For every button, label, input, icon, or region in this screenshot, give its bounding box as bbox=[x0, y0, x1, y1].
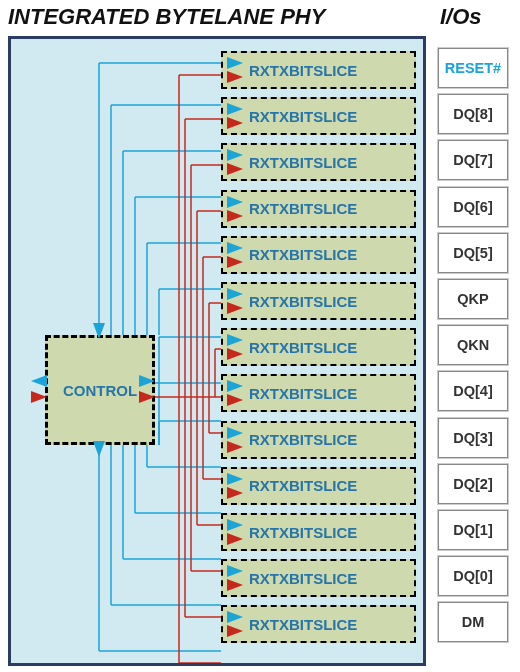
io-label: QKN bbox=[457, 337, 489, 353]
bitslice-block: RXTXBITSLICE bbox=[221, 374, 416, 412]
slice-blue-arrow-icon bbox=[227, 380, 243, 392]
io-pin: DQ[5] bbox=[438, 233, 508, 273]
bitslice-label: RXTXBITSLICE bbox=[249, 154, 357, 171]
slice-red-arrow-icon bbox=[227, 625, 243, 637]
io-pin: DQ[0] bbox=[438, 556, 508, 596]
bitslice-label: RXTXBITSLICE bbox=[249, 570, 357, 587]
slice-red-arrow-icon bbox=[227, 533, 243, 545]
bitslice-label: RXTXBITSLICE bbox=[249, 62, 357, 79]
io-pin: DQ[3] bbox=[438, 418, 508, 458]
slice-red-arrow-icon bbox=[227, 71, 243, 83]
io-pin: DQ[8] bbox=[438, 94, 508, 134]
io-label: DQ[4] bbox=[453, 383, 492, 399]
slice-red-arrow-icon bbox=[227, 579, 243, 591]
slice-blue-arrow-icon bbox=[227, 57, 243, 69]
slice-red-arrow-icon bbox=[227, 441, 243, 453]
io-label: DQ[7] bbox=[453, 152, 492, 168]
control-block: CONTROL bbox=[45, 335, 155, 445]
io-label: DQ[8] bbox=[453, 106, 492, 122]
io-label: DQ[0] bbox=[453, 568, 492, 584]
bitslice-block: RXTXBITSLICE bbox=[221, 236, 416, 274]
io-pin: DQ[1] bbox=[438, 510, 508, 550]
bitslice-block: RXTXBITSLICE bbox=[221, 467, 416, 505]
bitslice-label: RXTXBITSLICE bbox=[249, 246, 357, 263]
bitslice-block: RXTXBITSLICE bbox=[221, 282, 416, 320]
slice-blue-arrow-icon bbox=[227, 242, 243, 254]
slice-red-arrow-icon bbox=[227, 348, 243, 360]
io-label: DM bbox=[462, 614, 485, 630]
slice-red-arrow-icon bbox=[227, 394, 243, 406]
ios-title: I/Os bbox=[440, 4, 512, 30]
bitslice-label: RXTXBITSLICE bbox=[249, 339, 357, 356]
io-label: DQ[5] bbox=[453, 245, 492, 261]
slice-red-arrow-icon bbox=[227, 163, 243, 175]
io-pin: QKN bbox=[438, 325, 508, 365]
phy-title: INTEGRATED BYTELANE PHY bbox=[8, 4, 440, 30]
bitslice-block: RXTXBITSLICE bbox=[221, 559, 416, 597]
io-pin: DQ[6] bbox=[438, 187, 508, 227]
slice-red-arrow-icon bbox=[227, 256, 243, 268]
ctrl-arrow-left-blue-icon bbox=[31, 375, 47, 387]
slice-blue-arrow-icon bbox=[227, 103, 243, 115]
io-label: DQ[6] bbox=[453, 199, 492, 215]
bitslice-label: RXTXBITSLICE bbox=[249, 385, 357, 402]
slice-blue-arrow-icon bbox=[227, 149, 243, 161]
bitslice-block: RXTXBITSLICE bbox=[221, 190, 416, 228]
slice-blue-arrow-icon bbox=[227, 519, 243, 531]
slice-blue-arrow-icon bbox=[227, 196, 243, 208]
control-label: CONTROL bbox=[63, 382, 137, 399]
bitslice-label: RXTXBITSLICE bbox=[249, 431, 357, 448]
bitslice-block: RXTXBITSLICE bbox=[221, 513, 416, 551]
io-pin: DM bbox=[438, 602, 508, 642]
slice-red-arrow-icon bbox=[227, 117, 243, 129]
slice-blue-arrow-icon bbox=[227, 288, 243, 300]
ctrl-arrow-right-blue-icon bbox=[139, 375, 155, 387]
slice-blue-arrow-icon bbox=[227, 473, 243, 485]
io-label: DQ[1] bbox=[453, 522, 492, 538]
bitslice-label: RXTXBITSLICE bbox=[249, 477, 357, 494]
slice-red-arrow-icon bbox=[227, 302, 243, 314]
io-label: RESET# bbox=[445, 60, 501, 76]
bitslice-label: RXTXBITSLICE bbox=[249, 108, 357, 125]
ctrl-arrow-right-red-icon bbox=[139, 391, 155, 403]
bitslice-label: RXTXBITSLICE bbox=[249, 293, 357, 310]
ctrl-arrow-bottom-icon bbox=[93, 441, 105, 457]
slice-blue-arrow-icon bbox=[227, 334, 243, 346]
slice-blue-arrow-icon bbox=[227, 611, 243, 623]
bitslice-block: RXTXBITSLICE bbox=[221, 328, 416, 366]
bitslice-label: RXTXBITSLICE bbox=[249, 200, 357, 217]
io-pin: DQ[4] bbox=[438, 371, 508, 411]
slice-red-arrow-icon bbox=[227, 487, 243, 499]
slice-blue-arrow-icon bbox=[227, 427, 243, 439]
io-pin: QKP bbox=[438, 279, 508, 319]
bitslice-label: RXTXBITSLICE bbox=[249, 616, 357, 633]
ctrl-arrow-left-red-icon bbox=[31, 391, 47, 403]
io-pin: DQ[2] bbox=[438, 464, 508, 504]
slice-blue-arrow-icon bbox=[227, 565, 243, 577]
io-label: QKP bbox=[457, 291, 488, 307]
io-reset: RESET# bbox=[438, 48, 508, 88]
io-label: DQ[2] bbox=[453, 476, 492, 492]
bitslice-block: RXTXBITSLICE bbox=[221, 51, 416, 89]
slice-red-arrow-icon bbox=[227, 210, 243, 222]
bitslice-block: RXTXBITSLICE bbox=[221, 143, 416, 181]
bitslice-block: RXTXBITSLICE bbox=[221, 97, 416, 135]
ctrl-arrow-top-icon bbox=[93, 323, 105, 339]
io-pin: DQ[7] bbox=[438, 140, 508, 180]
io-label: DQ[3] bbox=[453, 430, 492, 446]
bitslice-label: RXTXBITSLICE bbox=[249, 524, 357, 541]
io-column: RESET#DQ[8]DQ[7]DQ[6]DQ[5]QKPQKNDQ[4]DQ[… bbox=[438, 36, 508, 648]
phy-block: CONTROL RXTXBITSLICERXTXBITSLICERXTXBITS… bbox=[8, 36, 426, 666]
bitslice-block: RXTXBITSLICE bbox=[221, 605, 416, 643]
bitslice-block: RXTXBITSLICE bbox=[221, 421, 416, 459]
